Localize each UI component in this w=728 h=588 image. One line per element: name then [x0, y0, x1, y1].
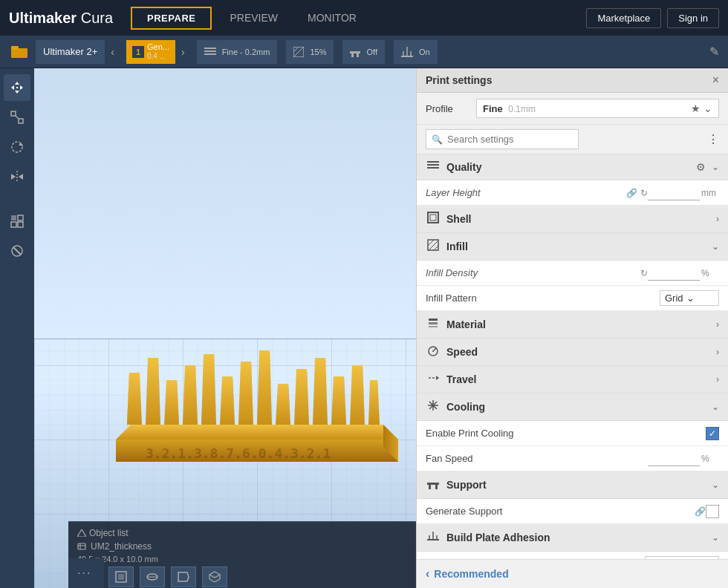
- svg-marker-81: [178, 572, 189, 581]
- quality-section-header[interactable]: Quality ⚙ ⌄: [417, 154, 728, 180]
- svg-line-22: [16, 116, 19, 119]
- object-list-label: Object list: [89, 528, 129, 538]
- front-view-button[interactable]: [108, 566, 134, 587]
- quality-gear-button[interactable]: ⚙: [696, 161, 706, 173]
- profile-chevron-button[interactable]: ⌄: [703, 102, 712, 114]
- material-section-header[interactable]: Material ›: [417, 311, 728, 339]
- svg-marker-27: [19, 174, 23, 180]
- svg-line-93: [428, 240, 439, 251]
- speed-title: Speed: [446, 346, 710, 358]
- 3d-viewport[interactable]: 3.2.1.3.8.7.6.0.4.3.2.1: [34, 68, 416, 588]
- travel-section-header[interactable]: Travel ›: [417, 366, 728, 393]
- generate-support-row: Generate Support 🔗: [417, 499, 728, 524]
- thickness-button[interactable]: UM2_thickness: [77, 541, 152, 552]
- infill-selector[interactable]: 15%: [286, 40, 334, 64]
- infill-density-refresh-icon[interactable]: ↻: [640, 268, 648, 278]
- layer-height-input[interactable]: 0.2: [648, 186, 700, 200]
- search-input[interactable]: [426, 129, 579, 149]
- machine-selector[interactable]: Ultimaker 2+: [36, 40, 105, 64]
- cooling-section-header[interactable]: Cooling ⌄: [417, 393, 728, 421]
- quality-chevron-button[interactable]: ⌄: [712, 162, 719, 172]
- fan-speed-input[interactable]: 100.0: [648, 451, 700, 466]
- machine-prev-button[interactable]: ‹: [108, 43, 117, 61]
- support-section-header[interactable]: Support ⌄: [417, 471, 728, 499]
- travel-chevron-button[interactable]: ›: [716, 374, 719, 385]
- infill-chevron-button[interactable]: ⌄: [712, 241, 719, 252]
- svg-marker-58: [276, 384, 290, 425]
- mirror-tool-button[interactable]: [4, 163, 30, 190]
- signin-button[interactable]: Sign in: [667, 8, 719, 28]
- svg-rect-91: [430, 215, 436, 220]
- enable-cooling-checkbox[interactable]: ✓: [706, 427, 719, 440]
- progress-dots: ···: [77, 566, 91, 580]
- extruder-selector[interactable]: 1 Gen... 0.4 ...: [126, 40, 175, 64]
- speed-chevron-button[interactable]: ›: [716, 347, 719, 357]
- scale-tool-button[interactable]: [4, 104, 30, 131]
- shell-title: Shell: [446, 213, 710, 225]
- svg-rect-71: [78, 543, 85, 549]
- layer-height-refresh-icon[interactable]: ↻: [640, 188, 648, 198]
- travel-title: Travel: [446, 373, 710, 385]
- close-print-settings-button[interactable]: ×: [712, 74, 719, 86]
- material-title: Material: [446, 318, 710, 330]
- side-view-button[interactable]: [171, 566, 196, 587]
- extruder-next-button[interactable]: ›: [178, 43, 188, 61]
- per-model-settings-button[interactable]: [4, 208, 30, 235]
- layer-height-link-icon[interactable]: 🔗: [626, 188, 637, 198]
- shell-icon: [426, 212, 441, 226]
- speed-section-header[interactable]: Speed ›: [417, 339, 728, 366]
- 3d-model: 3.2.1.3.8.7.6.0.4.3.2.1: [101, 336, 413, 484]
- top-view-button[interactable]: [140, 566, 165, 587]
- search-menu-button[interactable]: ⋮: [707, 132, 719, 146]
- cooling-chevron-button[interactable]: ⌄: [712, 402, 719, 412]
- shell-chevron-button[interactable]: ›: [716, 214, 719, 224]
- svg-marker-56: [257, 350, 272, 425]
- move-tool-button[interactable]: [4, 74, 30, 101]
- infill-pattern-label: Infill Pattern: [426, 293, 660, 304]
- infill-section-header[interactable]: Infill ⌄: [417, 233, 728, 261]
- infill-pattern-select[interactable]: Grid ⌄: [660, 290, 719, 306]
- infill-density-unit: %: [701, 268, 719, 278]
- recommended-button[interactable]: ‹ Recommended: [426, 567, 509, 581]
- profile-row: Profile Fine 0.1mm ★ ⌄: [417, 93, 728, 125]
- main-area: 3.2.1.3.8.7.6.0.4.3.2.1: [0, 68, 728, 588]
- support-blocker-button[interactable]: [4, 238, 30, 264]
- monitor-button[interactable]: MONITOR: [296, 7, 368, 28]
- support-selector[interactable]: Off: [342, 40, 384, 64]
- rotate-tool-button[interactable]: [4, 134, 30, 160]
- profile-selector-dropdown[interactable]: Fine 0.1mm ★ ⌄: [476, 99, 719, 118]
- build-plate-chevron-button[interactable]: ⌄: [712, 532, 719, 543]
- mirror-icon: [10, 170, 24, 183]
- print-settings-footer: ‹ Recommended: [417, 559, 728, 588]
- top-navigation: Ultimaker Cura PREPARE PREVIEW MONITOR M…: [0, 0, 728, 36]
- profile-selector[interactable]: Fine - 0.2mm: [197, 40, 278, 64]
- generate-support-checkbox[interactable]: [706, 505, 719, 518]
- generate-support-link-icon[interactable]: 🔗: [695, 506, 706, 517]
- shell-section-header[interactable]: Shell ›: [417, 206, 728, 233]
- infill-density-input[interactable]: 15: [648, 266, 700, 281]
- open-folder-button[interactable]: [6, 39, 33, 65]
- adhesion-selector[interactable]: On: [394, 40, 438, 64]
- infill-icon: [293, 47, 304, 57]
- preview-button[interactable]: PREVIEW: [218, 7, 290, 28]
- object-list-button[interactable]: Object list: [77, 528, 129, 538]
- svg-marker-26: [11, 174, 16, 180]
- svg-rect-111: [427, 483, 439, 485]
- build-plate-section-header[interactable]: Build Plate Adhesion ⌄: [417, 524, 728, 552]
- edit-button[interactable]: ✎: [706, 42, 722, 62]
- material-chevron-button[interactable]: ›: [716, 319, 719, 330]
- profile-star-button[interactable]: ★: [691, 102, 701, 114]
- svg-marker-66: [350, 365, 365, 425]
- print-settings-panel: Print settings × Profile Fine 0.1mm ★ ⌄ …: [416, 68, 728, 588]
- svg-rect-2: [204, 48, 216, 49]
- search-row: 🔍 ⋮: [417, 125, 728, 154]
- support-chevron-button[interactable]: ⌄: [712, 480, 719, 490]
- profile-label: Profile: [426, 103, 470, 114]
- prepare-button[interactable]: PREPARE: [131, 7, 212, 30]
- svg-marker-103: [436, 376, 439, 380]
- profile-name-label: Fine - 0.2mm: [222, 48, 270, 56]
- isometric-view-button[interactable]: [202, 566, 227, 587]
- marketplace-button[interactable]: Marketplace: [586, 8, 661, 28]
- svg-marker-48: [183, 365, 198, 425]
- svg-marker-50: [201, 354, 216, 425]
